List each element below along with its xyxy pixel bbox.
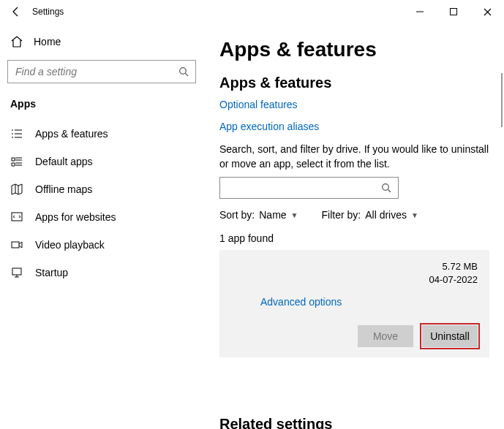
- video-icon: [10, 238, 23, 251]
- result-count: 1 app found: [219, 232, 489, 244]
- related-settings-title: Related settings: [219, 416, 489, 429]
- sort-label: Sort by:: [219, 209, 255, 221]
- svg-rect-1: [451, 9, 457, 15]
- default-apps-icon: [10, 155, 23, 168]
- sidebar: Home Apps Apps & features Default apps: [0, 23, 203, 429]
- link-optional-features[interactable]: Optional features: [219, 99, 489, 110]
- sidebar-home[interactable]: Home: [0, 29, 203, 54]
- sidebar-item-startup[interactable]: Startup: [0, 259, 203, 286]
- content-area: Apps & features Apps & features Optional…: [203, 23, 504, 429]
- search-input[interactable]: [7, 60, 196, 83]
- sidebar-item-video-playback[interactable]: Video playback: [0, 231, 203, 259]
- chevron-down-icon: ▼: [291, 211, 298, 219]
- svg-rect-12: [12, 268, 21, 275]
- filter-by-dropdown[interactable]: Filter by: All drives ▼: [322, 209, 418, 221]
- app-list-item[interactable]: 5.72 MB 04-07-2022 Advanced options Move…: [219, 250, 489, 357]
- svg-point-2: [180, 67, 187, 74]
- home-icon: [10, 35, 23, 48]
- maximize-button[interactable]: [437, 0, 470, 23]
- sidebar-item-default-apps[interactable]: Default apps: [0, 148, 203, 175]
- sidebar-item-apps-websites[interactable]: Apps for websites: [0, 203, 203, 231]
- apps-websites-icon: [10, 210, 23, 224]
- link-advanced-options[interactable]: Advanced options: [260, 296, 342, 308]
- sidebar-item-label: Default apps: [35, 156, 93, 167]
- sidebar-item-label: Video playback: [35, 239, 105, 251]
- uninstall-button[interactable]: Uninstall: [422, 325, 478, 347]
- sidebar-item-label: Apps & features: [35, 128, 108, 140]
- svg-line-3: [186, 73, 189, 76]
- search-field[interactable]: [14, 65, 178, 78]
- back-button[interactable]: [6, 6, 26, 18]
- svg-rect-11: [12, 242, 19, 248]
- link-app-execution-aliases[interactable]: App execution aliases: [219, 121, 489, 132]
- sidebar-item-label: Apps for websites: [35, 211, 116, 223]
- close-button[interactable]: [470, 0, 504, 23]
- section-title: Apps & features: [219, 75, 489, 91]
- sidebar-home-label: Home: [34, 36, 61, 48]
- app-search-input[interactable]: [219, 177, 399, 199]
- sidebar-item-apps-features[interactable]: Apps & features: [0, 120, 203, 148]
- move-button: Move: [358, 325, 413, 347]
- help-text: Search, sort, and filter by drive. If yo…: [219, 143, 489, 171]
- filter-label: Filter by:: [322, 209, 361, 221]
- app-date: 04-07-2022: [429, 273, 478, 286]
- svg-line-16: [388, 189, 391, 192]
- search-icon: [381, 183, 392, 194]
- filter-value: All drives: [365, 209, 407, 221]
- list-icon: [10, 127, 23, 140]
- sort-by-dropdown[interactable]: Sort by: Name ▼: [219, 209, 298, 221]
- svg-point-15: [383, 183, 389, 190]
- window-title: Settings: [32, 7, 64, 17]
- map-icon: [10, 183, 23, 196]
- sidebar-category: Apps: [0, 92, 203, 120]
- sidebar-item-label: Offline maps: [35, 183, 92, 195]
- page-title: Apps & features: [219, 38, 489, 61]
- app-size: 5.72 MB: [429, 260, 478, 273]
- search-icon: [178, 67, 189, 77]
- sort-value: Name: [259, 209, 286, 221]
- chevron-down-icon: ▼: [411, 211, 418, 219]
- sidebar-item-offline-maps[interactable]: Offline maps: [0, 175, 203, 203]
- startup-icon: [10, 266, 23, 279]
- sidebar-item-label: Startup: [35, 267, 68, 278]
- minimize-button[interactable]: [403, 0, 437, 23]
- scrollbar[interactable]: [501, 73, 503, 127]
